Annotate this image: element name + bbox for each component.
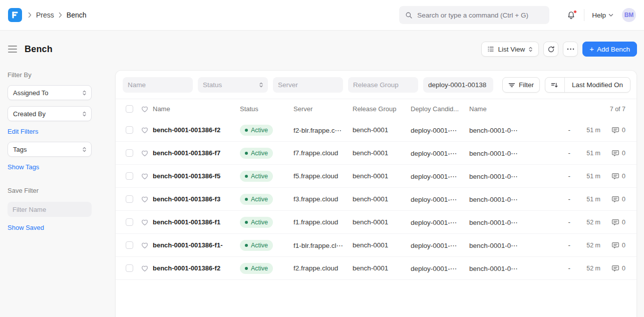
comment-icon bbox=[611, 264, 619, 272]
comment-icon bbox=[611, 149, 619, 157]
comments-cell[interactable]: 0 bbox=[600, 218, 625, 226]
add-bench-button[interactable]: + Add Bench bbox=[582, 42, 637, 57]
row-checkbox[interactable] bbox=[126, 218, 133, 226]
table-row[interactable]: bench-0001-001386-f3 Active f3.frappe.cl… bbox=[116, 188, 636, 211]
release-group-filter-input[interactable] bbox=[348, 77, 418, 93]
comments-cell[interactable]: 0 bbox=[600, 241, 625, 249]
save-filter-label: Save Filter bbox=[8, 187, 92, 194]
favorite-heart-icon[interactable] bbox=[141, 172, 153, 180]
comment-icon bbox=[611, 218, 619, 226]
favorite-heart-icon[interactable] bbox=[141, 264, 153, 272]
plus-icon: + bbox=[589, 45, 594, 53]
tags-select[interactable]: Tags bbox=[8, 142, 92, 157]
notification-dot bbox=[573, 10, 577, 14]
filter-name-input[interactable] bbox=[8, 202, 92, 217]
favorite-heart-icon[interactable] bbox=[141, 241, 153, 249]
name2-cell: bench-0001-0⋯ bbox=[469, 149, 555, 157]
select-all-checkbox[interactable] bbox=[126, 105, 133, 113]
status-filter-select[interactable]: Status bbox=[198, 77, 268, 93]
comments-cell[interactable]: 0 bbox=[600, 264, 625, 272]
col-header-name[interactable]: Name bbox=[153, 105, 240, 113]
favorite-heart-icon bbox=[141, 105, 153, 113]
view-switcher-button[interactable]: List View bbox=[481, 42, 539, 57]
bench-name: bench-0001-001386-f1- bbox=[153, 241, 240, 249]
status-label: Active bbox=[251, 150, 268, 157]
table-row[interactable]: bench-0001-001386-f5 Active f5.frappe.cl… bbox=[116, 165, 636, 188]
status-label: Active bbox=[251, 196, 268, 203]
sidebar-toggle-icon[interactable] bbox=[8, 45, 17, 54]
edit-filters-link[interactable]: Edit Filters bbox=[8, 128, 38, 135]
empty-value-cell: - bbox=[555, 126, 573, 134]
show-tags-link[interactable]: Show Tags bbox=[8, 163, 39, 171]
name-filter-input[interactable] bbox=[123, 77, 193, 93]
last-modified-cell: 51 m bbox=[573, 196, 600, 203]
chevron-right-icon bbox=[28, 12, 32, 18]
name2-cell: bench-0001-0⋯ bbox=[469, 126, 555, 134]
favorite-heart-icon[interactable] bbox=[141, 126, 153, 134]
server-cell: f1-blr.frappe.cl⋯ bbox=[293, 241, 353, 249]
status-label: Active bbox=[251, 127, 268, 134]
user-avatar[interactable]: BM bbox=[622, 8, 636, 22]
favorite-heart-icon[interactable] bbox=[141, 195, 153, 203]
last-modified-cell: 51 m bbox=[573, 173, 600, 180]
comment-count: 0 bbox=[622, 218, 625, 226]
notifications-bell-icon[interactable] bbox=[566, 10, 576, 21]
created-by-select[interactable]: Created By bbox=[8, 106, 92, 121]
deploy-candidate-cell: deploy-0001-⋯ bbox=[411, 126, 469, 134]
table-row[interactable]: bench-0001-001386-f1 Active f1.frappe.cl… bbox=[116, 211, 636, 234]
col-header-deploy-candidate[interactable]: Deploy Candid... bbox=[411, 105, 469, 113]
col-header-server[interactable]: Server bbox=[293, 105, 353, 113]
created-by-label: Created By bbox=[13, 110, 46, 118]
row-checkbox[interactable] bbox=[126, 126, 133, 134]
table-body: bench-0001-001386-f2 Active f2-blr.frapp… bbox=[116, 119, 636, 280]
last-modified-cell: 51 m bbox=[573, 150, 600, 157]
sort-control[interactable]: Last Modified On bbox=[545, 77, 630, 93]
deploy-candidate-cell: deploy-0001-⋯ bbox=[411, 195, 469, 203]
view-switcher-label: List View bbox=[498, 46, 525, 53]
status-dot-icon bbox=[245, 198, 248, 201]
server-filter-input[interactable] bbox=[273, 77, 343, 93]
row-checkbox[interactable] bbox=[126, 264, 133, 272]
row-checkbox[interactable] bbox=[126, 241, 133, 249]
global-search-input[interactable]: Search or type a command (Ctrl + G) bbox=[399, 6, 549, 24]
comments-cell[interactable]: 0 bbox=[600, 172, 625, 180]
row-checkbox[interactable] bbox=[126, 149, 133, 157]
breadcrumb-parent[interactable]: Press bbox=[36, 11, 54, 19]
more-options-button[interactable] bbox=[563, 42, 578, 57]
comments-cell[interactable]: 0 bbox=[600, 195, 625, 203]
status-badge: Active bbox=[240, 171, 273, 182]
row-checkbox[interactable] bbox=[126, 195, 133, 203]
breadcrumb-current[interactable]: Bench bbox=[67, 11, 87, 19]
chevron-updown-icon bbox=[82, 111, 87, 117]
comments-cell[interactable]: 0 bbox=[600, 149, 625, 157]
bench-name: bench-0001-001386-f3 bbox=[153, 195, 240, 203]
divider bbox=[584, 9, 584, 21]
empty-value-cell: - bbox=[555, 149, 573, 157]
assigned-to-select[interactable]: Assigned To bbox=[8, 85, 92, 100]
comments-cell[interactable]: 0 bbox=[600, 126, 625, 134]
sort-field-label[interactable]: Last Modified On bbox=[565, 78, 630, 92]
show-saved-link[interactable]: Show Saved bbox=[8, 224, 44, 231]
table-row[interactable]: bench-0001-001386-f2 Active f2-blr.frapp… bbox=[116, 119, 636, 142]
table-row[interactable]: bench-0001-001386-f2 Active f2.frappe.cl… bbox=[116, 257, 636, 280]
list-filter-toolbar: Status Filter Last Modified On bbox=[116, 71, 636, 99]
favorite-heart-icon[interactable] bbox=[141, 218, 153, 226]
status-dot-icon bbox=[245, 129, 248, 132]
sort-icon[interactable] bbox=[545, 78, 564, 92]
deploy-candidate-filter-input[interactable] bbox=[423, 77, 493, 93]
frappe-logo-icon[interactable] bbox=[8, 8, 22, 22]
col-header-status[interactable]: Status bbox=[240, 105, 293, 113]
help-menu[interactable]: Help bbox=[592, 12, 613, 19]
filter-button[interactable]: Filter bbox=[502, 77, 540, 93]
row-checkbox[interactable] bbox=[126, 172, 133, 180]
status-cell: Active bbox=[240, 171, 293, 182]
status-badge: Active bbox=[240, 148, 273, 159]
status-label: Active bbox=[251, 265, 268, 272]
table-row[interactable]: bench-0001-001386-f1- Active f1-blr.frap… bbox=[116, 234, 636, 257]
col-header-release-group[interactable]: Release Group bbox=[353, 105, 411, 113]
table-row[interactable]: bench-0001-001386-f7 Active f7.frappe.cl… bbox=[116, 142, 636, 165]
col-header-name2[interactable]: Name bbox=[469, 105, 555, 113]
refresh-button[interactable] bbox=[543, 42, 558, 57]
favorite-heart-icon[interactable] bbox=[141, 149, 153, 157]
last-modified-cell: 51 m bbox=[573, 127, 600, 134]
